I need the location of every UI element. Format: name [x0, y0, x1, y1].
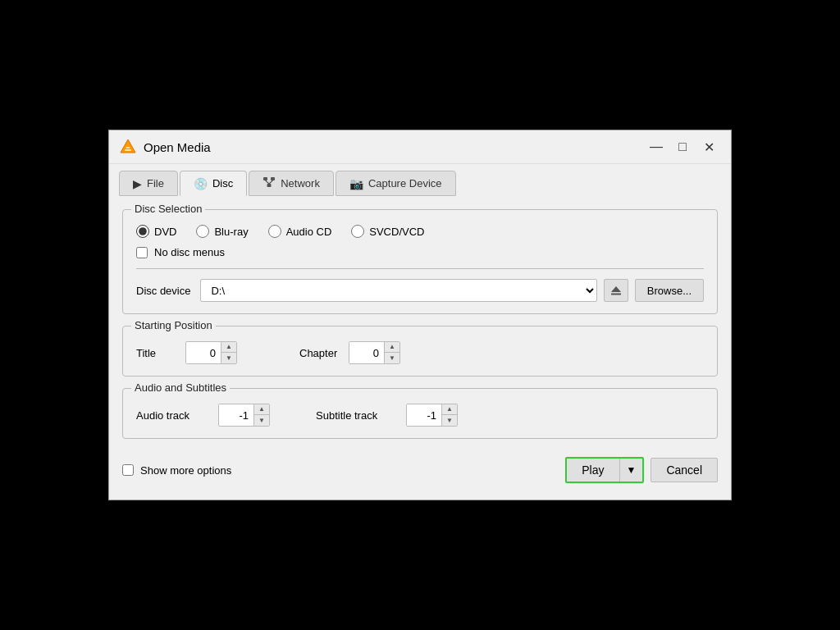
audio-subtitles-row: Audio track ▲ ▼ Subtitle track ▲	[136, 404, 704, 427]
title-position-item: Title ▲ ▼	[136, 341, 237, 364]
dvd-option[interactable]: DVD	[136, 225, 176, 238]
window-controls: — □ ✕	[644, 137, 721, 157]
play-button[interactable]: Play	[567, 459, 619, 482]
tab-content: Disc Selection DVD Blu-ray Audio CD SVCD…	[109, 196, 731, 500]
subtitle-track-label: Subtitle track	[316, 409, 398, 422]
capture-tab-icon: 📷	[349, 177, 363, 190]
tab-file-label: File	[147, 177, 164, 189]
chapter-spinbox-input[interactable]	[349, 342, 384, 363]
tab-network-label: Network	[281, 177, 320, 189]
audiocd-option[interactable]: Audio CD	[268, 225, 332, 238]
dvd-label: DVD	[154, 226, 176, 238]
svg-line-7	[269, 180, 273, 184]
cancel-button[interactable]: Cancel	[651, 458, 718, 482]
position-row: Title ▲ ▼ Chapter ▲	[136, 341, 704, 364]
tab-capture-label: Capture Device	[368, 177, 442, 189]
chapter-spin-up[interactable]: ▲	[385, 342, 399, 353]
device-label: Disc device	[136, 285, 190, 297]
footer-row: Show more options Play ▼ Cancel	[122, 450, 718, 486]
svg-rect-4	[271, 177, 275, 180]
disc-selection-title: Disc Selection	[131, 203, 205, 215]
audio-subtitles-group: Audio and Subtitles Audio track ▲ ▼ Subt…	[122, 388, 718, 439]
play-dropdown-arrow-icon: ▼	[627, 464, 637, 476]
chapter-spinbox: ▲ ▼	[349, 341, 400, 364]
tab-disc-label: Disc	[212, 177, 233, 189]
dvd-radio[interactable]	[136, 225, 149, 238]
action-buttons: Play ▼ Cancel	[565, 457, 718, 483]
no-menus-option[interactable]: No disc menus	[136, 246, 704, 258]
divider	[136, 268, 704, 269]
title-spinbox: ▲ ▼	[185, 341, 237, 364]
subtitle-spinbox: ▲ ▼	[406, 404, 458, 427]
svg-marker-8	[611, 286, 621, 292]
show-more-label-text: Show more options	[140, 464, 231, 477]
play-group: Play ▼	[565, 457, 644, 483]
show-more-checkbox[interactable]	[122, 464, 134, 476]
audio-subtitles-title: Audio and Subtitles	[131, 381, 230, 394]
svg-line-6	[266, 180, 270, 184]
svcd-label: SVCD/VCD	[369, 226, 424, 238]
vlc-icon	[119, 138, 137, 156]
svg-rect-2	[126, 147, 130, 148]
disc-tab-icon: 💿	[194, 177, 208, 190]
starting-position-group: Starting Position Title ▲ ▼ Chapter	[122, 326, 718, 377]
audio-spin-up[interactable]: ▲	[254, 404, 269, 415]
no-menus-label: No disc menus	[154, 246, 225, 258]
show-more-option[interactable]: Show more options	[122, 464, 231, 477]
svcd-radio[interactable]	[351, 225, 364, 238]
starting-position-title: Starting Position	[131, 319, 216, 331]
device-row: Disc device D:\ Browse...	[136, 279, 704, 302]
audio-spinbox-buttons: ▲ ▼	[253, 404, 269, 426]
tab-file[interactable]: ▶ File	[119, 171, 178, 196]
open-media-window: Open Media — □ ✕ ▶ File 💿 Disc	[108, 130, 732, 500]
subtitle-spin-up[interactable]: ▲	[442, 404, 457, 415]
browse-button[interactable]: Browse...	[635, 279, 704, 302]
tab-disc[interactable]: 💿 Disc	[180, 171, 247, 196]
svg-rect-9	[611, 294, 621, 295]
subtitle-track-item: Subtitle track ▲ ▼	[316, 404, 458, 427]
title-spin-down[interactable]: ▼	[221, 353, 236, 363]
svg-rect-1	[125, 149, 131, 151]
bluray-radio[interactable]	[196, 225, 209, 238]
chapter-spin-down[interactable]: ▼	[385, 353, 399, 363]
tab-bar: ▶ File 💿 Disc Network 📷 Capture Device	[109, 164, 731, 196]
subtitle-spinbox-input[interactable]	[407, 404, 441, 426]
disc-type-row: DVD Blu-ray Audio CD SVCD/VCD	[136, 225, 704, 238]
audio-spinbox: ▲ ▼	[218, 404, 270, 427]
tab-capture[interactable]: 📷 Capture Device	[336, 171, 456, 196]
audio-track-label: Audio track	[136, 409, 210, 422]
device-select[interactable]: D:\	[200, 279, 596, 302]
audio-spin-down[interactable]: ▼	[254, 415, 269, 426]
audiocd-radio[interactable]	[268, 225, 281, 238]
title-spinbox-buttons: ▲ ▼	[221, 342, 236, 363]
audio-spinbox-input[interactable]	[219, 404, 253, 426]
close-button[interactable]: ✕	[696, 137, 721, 157]
eject-button[interactable]	[604, 279, 628, 302]
audio-track-item: Audio track ▲ ▼	[136, 404, 270, 427]
tab-network[interactable]: Network	[249, 171, 334, 196]
play-dropdown-button[interactable]: ▼	[620, 459, 643, 482]
audiocd-label: Audio CD	[286, 226, 332, 238]
title-spinbox-input[interactable]	[186, 342, 221, 363]
svcd-option[interactable]: SVCD/VCD	[351, 225, 424, 238]
title-spin-up[interactable]: ▲	[221, 342, 236, 353]
eject-icon	[609, 285, 623, 296]
svg-rect-5	[267, 184, 272, 187]
window-title: Open Media	[144, 140, 644, 154]
bluray-label: Blu-ray	[214, 226, 248, 238]
chapter-position-label: Chapter	[299, 347, 340, 359]
file-tab-icon: ▶	[133, 177, 142, 190]
minimize-button[interactable]: —	[644, 137, 669, 157]
no-menus-checkbox[interactable]	[136, 247, 148, 258]
svg-rect-3	[263, 177, 267, 180]
title-position-label: Title	[136, 347, 177, 359]
bluray-option[interactable]: Blu-ray	[196, 225, 248, 238]
title-bar: Open Media — □ ✕	[109, 130, 731, 164]
chapter-position-item: Chapter ▲ ▼	[299, 341, 400, 364]
subtitle-spin-down[interactable]: ▼	[442, 415, 457, 426]
disc-selection-group: Disc Selection DVD Blu-ray Audio CD SVCD…	[122, 209, 718, 314]
subtitle-spinbox-buttons: ▲ ▼	[441, 404, 457, 426]
maximize-button[interactable]: □	[670, 137, 695, 157]
network-tab-icon	[262, 176, 276, 190]
chapter-spinbox-buttons: ▲ ▼	[384, 342, 399, 363]
